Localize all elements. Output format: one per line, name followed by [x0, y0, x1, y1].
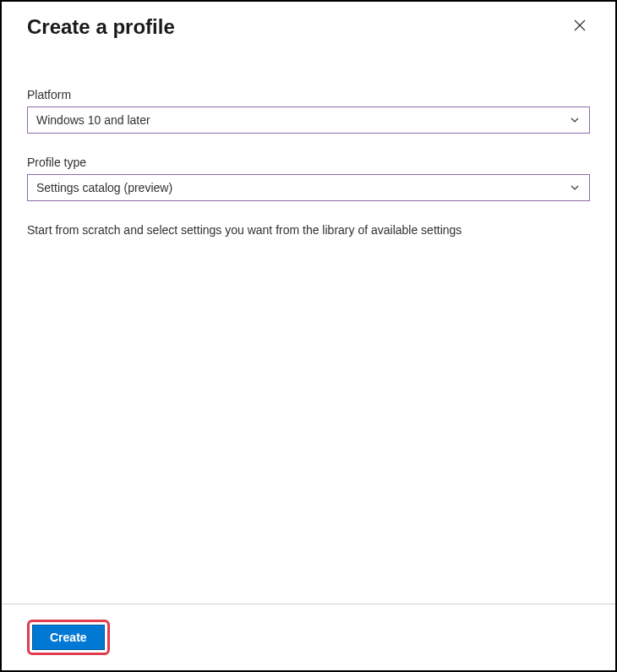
- chevron-down-icon: [569, 114, 581, 126]
- close-icon: [573, 19, 587, 35]
- profile-type-label: Profile type: [27, 156, 590, 169]
- panel-header: Create a profile: [2, 2, 615, 39]
- create-button-highlight: Create: [27, 620, 110, 655]
- platform-value: Windows 10 and later: [36, 113, 569, 127]
- create-button[interactable]: Create: [32, 625, 105, 650]
- close-button[interactable]: [570, 15, 590, 38]
- platform-label: Platform: [27, 88, 590, 101]
- profile-type-dropdown[interactable]: Settings catalog (preview): [27, 174, 590, 201]
- profile-type-field: Profile type Settings catalog (preview): [27, 156, 590, 201]
- profile-type-value: Settings catalog (preview): [36, 181, 569, 194]
- panel-content: Platform Windows 10 and later Profile ty…: [2, 39, 615, 604]
- panel-footer: Create: [2, 604, 615, 670]
- platform-dropdown[interactable]: Windows 10 and later: [27, 107, 590, 134]
- panel-title: Create a profile: [27, 15, 175, 39]
- chevron-down-icon: [569, 182, 581, 194]
- platform-field: Platform Windows 10 and later: [27, 88, 590, 134]
- profile-type-description: Start from scratch and select settings y…: [27, 223, 590, 237]
